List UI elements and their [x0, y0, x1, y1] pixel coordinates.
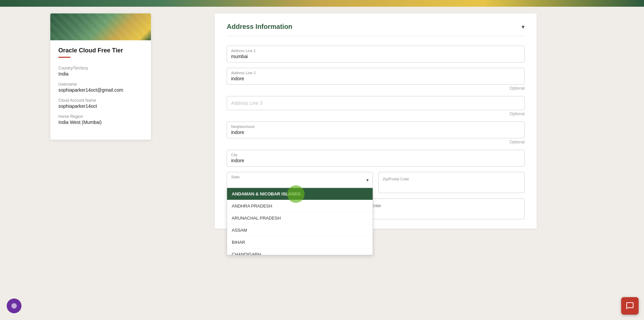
address-line-1-field: Address Line 1 [227, 46, 525, 62]
main-layout: Oracle Cloud Free Tier Country/Territory… [0, 0, 644, 320]
zip-input[interactable] [383, 182, 520, 188]
city-input[interactable] [231, 158, 520, 163]
oracle-card: Oracle Cloud Free Tier Country/Territory… [50, 13, 151, 140]
state-dropdown-list: ANDAMAN & NICOBAR ISLANDS ANDHRA PRADESH… [227, 188, 373, 255]
state-input-row [231, 180, 361, 185]
cloud-account-value: sophiaparker14oct [58, 103, 143, 109]
neighborhood-label: Neighborhood [231, 125, 520, 129]
section-title: Address Information [227, 23, 292, 31]
state-zip-row: State ▾ ANDAMAN & NICOBAR ISLANDS ANDHRA… [227, 172, 525, 193]
address-line-1-wrapper: Address Line 1 [227, 46, 525, 62]
top-bar [0, 0, 644, 7]
zip-field: Zip/Postal Code [378, 172, 525, 193]
state-option-assam[interactable]: ASSAM [227, 224, 373, 236]
section-header: Address Information ▾ [227, 23, 525, 36]
home-region-group: Home Region India West (Mumbai) [58, 114, 143, 125]
oracle-title-underline [58, 57, 70, 58]
username-value: sophiaparker14oct@gmail.com [58, 87, 143, 93]
left-panel: Oracle Cloud Free Tier Country/Territory… [0, 7, 201, 320]
address-line-1-label: Address Line 1 [231, 49, 520, 53]
neighborhood-input[interactable] [231, 130, 520, 135]
address-line-2-input[interactable] [231, 76, 520, 81]
state-search-input[interactable] [231, 180, 361, 185]
state-field-container: State ▾ ANDAMAN & NICOBAR ISLANDS ANDHRA… [227, 172, 373, 188]
right-panel: Address Information ▾ Address Line 1 Add… [201, 7, 644, 320]
section-collapse-chevron[interactable]: ▾ [522, 23, 525, 31]
country-territory-group: Country/Territory India [58, 66, 143, 77]
address-line-2-field: Address Line 2 Optional [227, 68, 525, 91]
state-option-arunachal[interactable]: ARUNACHAL PRADESH [227, 212, 373, 224]
cloud-account-label: Cloud Account Name [58, 98, 143, 103]
address-form-container: Address Information ▾ Address Line 1 Add… [215, 13, 537, 229]
username-label: Username [58, 82, 143, 87]
neighborhood-wrapper: Neighborhood [227, 122, 525, 138]
oracle-card-body: Oracle Cloud Free Tier Country/Territory… [50, 40, 151, 140]
state-dropdown-arrow: ▾ [366, 177, 369, 183]
country-territory-value: India [58, 71, 143, 77]
state-label: State [231, 175, 361, 179]
state-dropdown-wrapper[interactable]: State ▾ [227, 172, 373, 188]
chat-button[interactable] [621, 297, 639, 315]
address-line-3-input[interactable] [231, 99, 520, 107]
address-line-2-optional: Optional [227, 86, 525, 91]
address-line-3-optional: Optional [227, 111, 525, 116]
address-line-2-label: Address Line 2 [231, 71, 520, 75]
bottom-circle-inner [11, 303, 17, 309]
zip-wrapper: Zip/Postal Code [378, 172, 525, 193]
state-option-andaman[interactable]: ANDAMAN & NICOBAR ISLANDS [227, 188, 373, 200]
city-label: City [231, 153, 520, 157]
neighborhood-field: Neighborhood Optional [227, 122, 525, 144]
oracle-card-title: Oracle Cloud Free Tier [58, 47, 143, 54]
chat-icon [626, 302, 634, 310]
city-field: City [227, 150, 525, 167]
home-region-value: India West (Mumbai) [58, 120, 143, 125]
state-option-bihar[interactable]: BIHAR [227, 236, 373, 248]
address-line-3-field: Optional [227, 96, 525, 116]
username-group: Username sophiaparker14oct@gmail.com [58, 82, 143, 93]
state-option-andhra[interactable]: ANDHRA PRADESH [227, 200, 373, 212]
cloud-account-group: Cloud Account Name sophiaparker14oct [58, 98, 143, 109]
address-line-2-wrapper: Address Line 2 [227, 68, 525, 85]
home-region-label: Home Region [58, 114, 143, 119]
address-line-1-input[interactable] [231, 54, 520, 59]
address-line-3-wrapper [227, 96, 525, 110]
city-wrapper: City [227, 150, 525, 167]
state-option-chandigarh[interactable]: CHANDIGARH [227, 248, 373, 255]
bottom-circle-button[interactable] [7, 299, 21, 313]
zip-label: Zip/Postal Code [383, 177, 520, 181]
country-territory-label: Country/Territory [58, 66, 143, 71]
oracle-card-banner [50, 13, 151, 40]
neighborhood-optional: Optional [227, 140, 525, 144]
